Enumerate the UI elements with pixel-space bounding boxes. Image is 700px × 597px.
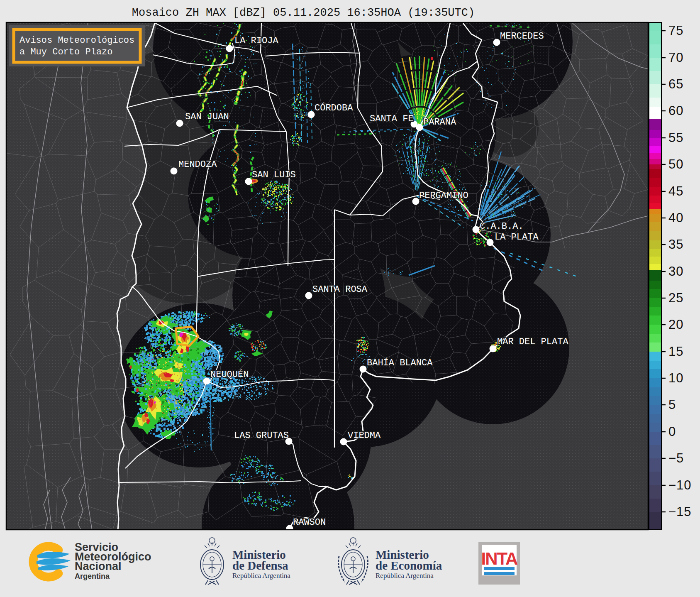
svg-text:Mosaico ZH MAX [dBZ] 05.11.202: Mosaico ZH MAX [dBZ] 05.11.2025 16:35HOA…	[132, 7, 475, 19]
svg-text:CÓRDOBA: CÓRDOBA	[315, 103, 353, 113]
svg-text:Nacional: Nacional	[75, 560, 122, 573]
svg-text:de Defensa: de Defensa	[232, 559, 288, 572]
svg-text:40: 40	[668, 210, 683, 225]
svg-text:35: 35	[668, 237, 683, 252]
svg-text:10: 10	[668, 371, 683, 385]
svg-text:20: 20	[668, 317, 683, 332]
svg-text:NEUQUÉN: NEUQUÉN	[210, 369, 249, 380]
svg-text:5: 5	[668, 397, 676, 412]
svg-text:LA RIOJA: LA RIOJA	[234, 36, 278, 46]
svg-text:25: 25	[668, 291, 683, 305]
svg-text:PERGAMINO: PERGAMINO	[419, 191, 468, 201]
svg-text:RAWSON: RAWSON	[293, 517, 326, 528]
svg-text:INTA: INTA	[481, 549, 518, 568]
svg-text:LAS GRUTAS: LAS GRUTAS	[234, 431, 289, 441]
svg-text:55: 55	[668, 130, 683, 145]
svg-text:de Economía: de Economía	[376, 559, 442, 572]
svg-text:C.A.B.A.: C.A.B.A.	[480, 221, 524, 232]
svg-text:0: 0	[668, 424, 676, 439]
svg-text:LA PLATA: LA PLATA	[495, 232, 539, 242]
svg-text:−5: −5	[668, 451, 684, 465]
svg-text:a Muy Corto Plazo: a Muy Corto Plazo	[20, 47, 112, 57]
svg-text:15: 15	[668, 344, 683, 359]
svg-text:SANTA FE: SANTA FE	[370, 114, 414, 124]
svg-text:República Argentina: República Argentina	[376, 572, 434, 580]
svg-text:SAN JUAN: SAN JUAN	[185, 112, 229, 122]
svg-text:65: 65	[668, 77, 683, 91]
svg-text:50: 50	[668, 157, 683, 171]
svg-text:−10: −10	[668, 478, 692, 492]
svg-text:PARANÁ: PARANÁ	[423, 117, 456, 127]
svg-text:70: 70	[668, 50, 683, 65]
svg-text:45: 45	[668, 184, 683, 198]
svg-text:Argentina: Argentina	[75, 572, 110, 580]
svg-text:MAR DEL PLATA: MAR DEL PLATA	[497, 337, 568, 347]
svg-text:Avisos Meteorológicos: Avisos Meteorológicos	[20, 35, 134, 46]
svg-text:MERCEDES: MERCEDES	[500, 31, 544, 42]
svg-text:República Argentina: República Argentina	[232, 572, 290, 580]
svg-text:60: 60	[668, 103, 683, 118]
svg-text:MENDOZA: MENDOZA	[178, 159, 217, 170]
svg-text:SANTA ROSA: SANTA ROSA	[312, 284, 368, 295]
svg-text:VIEDMA: VIEDMA	[348, 431, 381, 441]
svg-text:SAN LUIS: SAN LUIS	[252, 170, 296, 180]
svg-text:BAHÍA BLANCA: BAHÍA BLANCA	[367, 357, 433, 368]
svg-text:30: 30	[668, 264, 683, 279]
svg-text:75: 75	[668, 23, 683, 38]
svg-text:−15: −15	[668, 504, 692, 519]
